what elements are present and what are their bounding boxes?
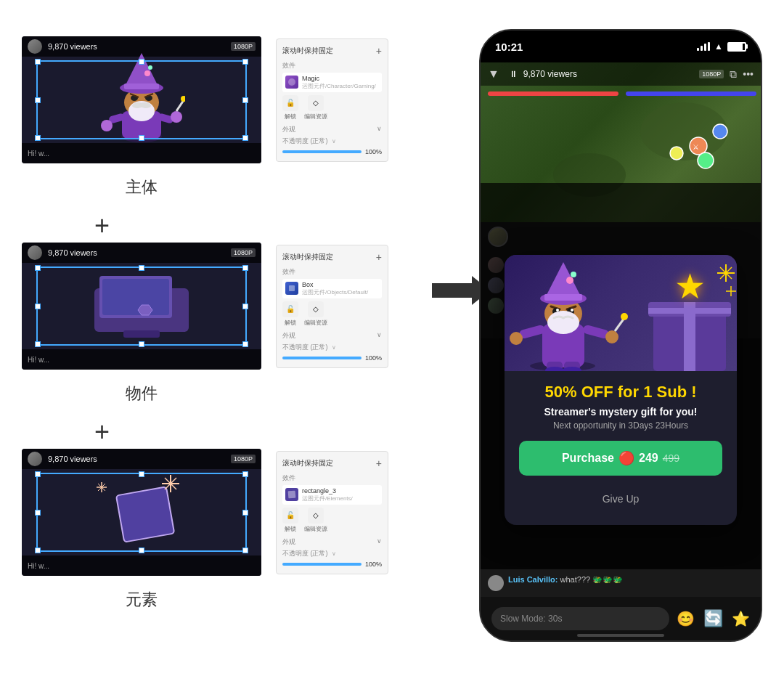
prop-edit-btn-1[interactable]: ◇ 编辑资源 — [304, 95, 327, 121]
handle-br-3 — [242, 548, 248, 553]
prop-item-magic[interactable]: Magic 运图元件/Character/Gaming/ — [282, 73, 382, 92]
home-indicator — [577, 634, 664, 637]
svg-point-45 — [698, 152, 714, 168]
property-panel-2[interactable]: 滚动时保持固定 + 效件 Box 运图元件/Objects/Default/ — [276, 245, 388, 368]
section2-preview: 9,870 viewers 1080P — [22, 243, 261, 370]
luis-username: Luis Calvillo: — [508, 575, 558, 584]
emoji-icon[interactable]: 😊 — [677, 610, 695, 627]
price-new: 249 — [639, 452, 658, 465]
more-options-icon[interactable]: ••• — [743, 68, 754, 80]
prop-item-box[interactable]: Box 运图元件/Objects/Default/ — [282, 279, 382, 298]
opacity-bar-row-1: 100% — [282, 148, 382, 155]
chat-preview-1: Hi! w... — [28, 150, 49, 158]
opacity-dropdown-1[interactable]: ∨ — [332, 138, 336, 145]
prop-add-2[interactable]: + — [376, 251, 382, 263]
handle-mr-1 — [242, 97, 248, 103]
prop-item-name-2: Box — [302, 281, 368, 288]
prop-section-effects-1: 效件 Magic 运图元件/Character/Gaming/ 🔓 — [282, 61, 382, 121]
svg-text:★: ★ — [674, 267, 706, 306]
svg-text:⚔: ⚔ — [693, 143, 699, 151]
popup-content: 50% OFF for 1 Sub ! Streamer's mystery g… — [505, 371, 737, 525]
label-container-1: 主体 — [22, 171, 261, 209]
opacity-dropdown-3[interactable]: ∨ — [332, 550, 336, 557]
prop-item-rect[interactable]: rectangle_3 运图元件/Elements/ — [282, 485, 382, 505]
streamer-avatar-3 — [28, 452, 42, 466]
opacity-label-3: 不透明度 (正常) — [282, 549, 328, 558]
dropdown-icon[interactable]: ▼ — [488, 68, 499, 81]
handle-tl-2 — [35, 265, 41, 271]
preview3-content — [22, 469, 261, 555]
star-icon[interactable]: ⭐ — [732, 610, 750, 627]
svg-rect-41 — [488, 91, 618, 96]
viewers-count-3: 9,870 viewers — [48, 455, 97, 463]
prop-add-1[interactable]: + — [376, 45, 382, 57]
spin-icon[interactable]: 🔄 — [703, 609, 723, 628]
svg-point-66 — [571, 309, 573, 312]
phone-wrapper: 10:21 ▲ — [479, 29, 762, 661]
bottom-chat: Luis Calvillo: what??? 🐲🐲🐲 — [481, 569, 761, 597]
prop-add-3[interactable]: + — [376, 457, 382, 469]
prop-unlock-btn-3[interactable]: 🔓 解锁 — [282, 508, 298, 533]
chevron-2[interactable]: ∨ — [377, 331, 382, 341]
prop-item-info-1: Magic 运图元件/Character/Gaming/ — [302, 75, 376, 90]
opacity-dropdown-2[interactable]: ∨ — [332, 344, 336, 351]
prop-unlock-btn-1[interactable]: 🔓 解锁 — [282, 95, 298, 121]
popup-overlay: ★ — [481, 183, 761, 597]
property-panel-3[interactable]: 滚动时保持固定 + 效件 rectangle_3 运图元件/Elements/ — [276, 451, 388, 574]
prop-item-info-2: Box 运图元件/Objects/Default/ — [302, 281, 368, 296]
streamer-avatar-1 — [28, 39, 42, 54]
handle-ml-3 — [35, 510, 41, 516]
label-container-3: 元素 — [22, 583, 261, 622]
section3-preview: 9,870 viewers 1080P — [22, 449, 261, 576]
edit-label-2: 编辑资源 — [304, 319, 327, 327]
preview2-footer: Hi! w... — [22, 349, 261, 370]
handle-bl-2 — [35, 341, 41, 347]
property-panel-1[interactable]: 滚动时保持固定 + 效件 Magic 运图元件/Character/Gaming… — [276, 38, 388, 162]
prop-section-effects-2: 效件 Box 运图元件/Objects/Default/ 🔓 — [282, 267, 382, 327]
popup-subtitle-text: Streamer's mystery gift for you! — [519, 406, 722, 418]
status-icons: ▲ — [697, 41, 746, 52]
handle-ml-2 — [35, 304, 41, 309]
game-top-bar: ▼ ⏸ 9,870 viewers 1080P ⧉ ••• — [481, 62, 761, 86]
chevron-3[interactable]: ∨ — [377, 537, 382, 547]
handle-br-2 — [242, 341, 248, 347]
opacity-value-3: 100% — [365, 561, 382, 568]
stream-viewers: 9,870 viewers — [523, 69, 577, 79]
purchase-button[interactable]: Purchase 🔴 249 499 — [519, 441, 722, 476]
prop-unlock-btn-2[interactable]: 🔓 解锁 — [282, 301, 298, 327]
bottom-icons: 😊 🔄 ⭐ — [677, 609, 750, 628]
unlock-label-2: 解锁 — [285, 319, 296, 327]
svg-point-65 — [556, 309, 559, 312]
signal-bar-4 — [708, 42, 710, 51]
edit-label-1: 编辑资源 — [304, 113, 327, 121]
luis-avatar — [488, 575, 504, 591]
prop-edit-btn-3[interactable]: ◇ 编辑资源 — [304, 508, 327, 533]
unlock-label-1: 解锁 — [285, 113, 296, 121]
prop-edit-btn-2[interactable]: ◇ 编辑资源 — [304, 301, 327, 327]
handle-tm-2 — [139, 265, 144, 271]
chevron-1[interactable]: ∨ — [377, 125, 382, 134]
preview2-header: 9,870 viewers 1080P — [22, 243, 261, 263]
svg-point-67 — [547, 311, 579, 334]
popup-wizard-svg — [505, 259, 635, 371]
pause-icon[interactable]: ⏸ — [509, 69, 518, 79]
svg-point-20 — [288, 78, 295, 86]
prop-section-effects-3: 效件 rectangle_3 运图元件/Elements/ 🔓 — [282, 473, 382, 533]
external-link-icon[interactable]: ⧉ — [730, 68, 737, 81]
opacity-value-2: 100% — [365, 354, 382, 362]
give-up-button[interactable]: Give Up — [519, 484, 722, 513]
svg-point-70 — [566, 277, 573, 284]
prop-header-1: 滚动时保持固定 + — [282, 45, 382, 57]
handle-tr-2 — [242, 265, 248, 271]
prop-actions-2: 🔓 解锁 ◇ 编辑资源 — [282, 301, 382, 327]
signal-bar-1 — [697, 48, 699, 51]
selection-handles-3 — [36, 473, 247, 552]
luis-message: what??? — [560, 575, 591, 584]
prop-item-info-3: rectangle_3 运图元件/Elements/ — [302, 487, 353, 502]
luis-chat-msg: Luis Calvillo: what??? 🐲🐲🐲 — [488, 575, 754, 591]
svg-point-46 — [670, 147, 683, 160]
handle-bm-1 — [139, 135, 144, 141]
battery-fill — [729, 44, 743, 50]
slow-mode-input[interactable]: Slow Mode: 30s — [491, 607, 669, 630]
section3-row: 9,870 viewers 1080P — [22, 449, 436, 576]
